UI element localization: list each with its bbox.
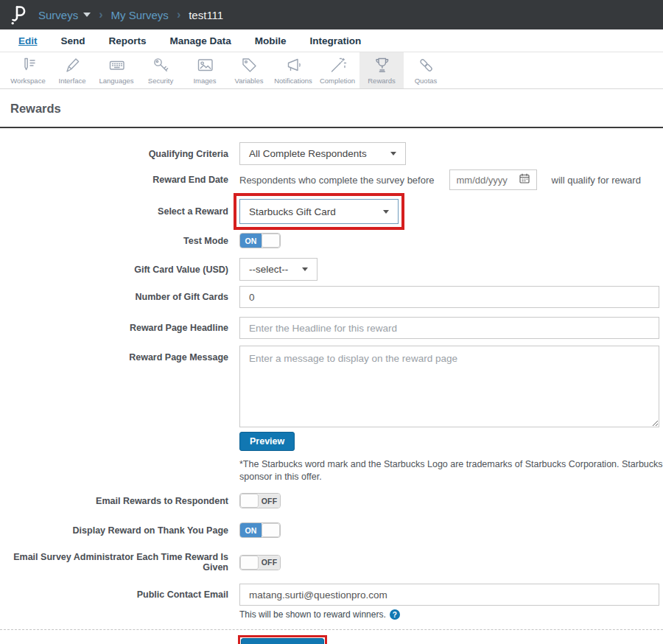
select-reward-highlight-annotation: Starbucks Gift Card [234,193,404,230]
qualifying-criteria-select[interactable]: All Complete Respondents [239,142,406,165]
breadcrumb-my-surveys[interactable]: My Surveys [111,9,169,21]
select-reward-select[interactable]: Starbucks Gift Card [239,199,399,224]
headline-label: Reward Page Headline [0,323,228,333]
toolbar-item-completion[interactable]: Completion [315,52,359,88]
toggle-knob [262,523,280,537]
save-changes-button[interactable]: Save Changes [241,638,324,644]
email-admin-toggle[interactable]: OFF [239,555,281,570]
gift-card-value-select[interactable]: --select-- [239,258,318,281]
headline-input[interactable] [239,317,659,339]
toggle-state-label: OFF [259,494,280,508]
message-textarea[interactable] [239,346,659,427]
contact-email-label: Public Contact Email [0,584,228,600]
end-date-after-text: will qualify for reward [552,175,641,186]
chevron-down-icon [83,13,91,17]
row-qualifying-criteria: Qualifying Criteria All Complete Respond… [0,142,663,165]
toolbar-item-quotas[interactable]: Quotas [404,52,448,88]
questionpro-logo-icon[interactable] [10,4,28,25]
row-save: Save Changes [0,630,663,644]
row-test-mode: Test Mode ON [0,233,663,248]
edit-icon-toolbar: Workspace Interface Languages Security [0,52,663,89]
num-gift-cards-label: Number of Gift Cards [0,292,228,302]
brush-icon [63,56,82,74]
preview-button[interactable]: Preview [239,432,295,451]
end-date-input-wrap [449,169,537,190]
qualifying-criteria-value: All Complete Respondents [249,148,367,159]
calendar-icon[interactable] [519,173,530,186]
select-reward-label: Select a Reward [0,206,228,217]
toolbar-item-rewards[interactable]: Rewards [359,52,404,88]
test-mode-label: Test Mode [0,236,228,246]
caret-down-icon [390,152,396,155]
gift-card-value-value: --select-- [249,264,288,275]
top-header: Surveys › My Surveys › test111 [0,0,663,29]
magic-wand-icon [329,56,347,74]
row-message: Reward Page Message [0,346,663,427]
toolbar-item-interface[interactable]: Interface [50,52,94,88]
megaphone-icon [284,56,303,74]
toolbar-item-security[interactable]: Security [138,52,183,88]
chain-links-icon [417,56,435,74]
row-email-admin: Email Survey Administrator Each Time Rew… [0,552,663,573]
breadcrumb-survey-name: test111 [189,9,223,21]
display-reward-toggle[interactable]: ON [239,522,281,538]
test-mode-toggle[interactable]: ON [239,233,281,248]
toolbar-item-notifications[interactable]: Notifications [271,52,315,88]
email-rewards-toggle[interactable]: OFF [239,493,281,508]
row-gift-card-value: Gift Card Value (USD) --select-- [0,258,663,281]
save-highlight-annotation: Save Changes [238,635,327,644]
keyboard-icon [108,56,126,74]
contact-email-help: This will be shown to reward winners. ? [239,609,400,620]
key-icon [152,56,170,74]
row-email-rewards: Email Rewards to Respondent OFF [0,493,663,508]
pen-lines-icon [19,56,38,74]
row-contact-email: Public Contact Email This will be shown … [0,584,663,620]
toolbar-item-workspace[interactable]: Workspace [6,52,50,88]
row-reward-end-date: Reward End Date Respondents who complete… [0,169,663,190]
toolbar-item-variables[interactable]: Variables [227,52,271,88]
breadcrumb-surveys[interactable]: Surveys [38,9,91,21]
reward-end-date-label: Reward End Date [0,175,228,185]
row-num-gift-cards: Number of Gift Cards [0,286,663,308]
toolbar-item-languages[interactable]: Languages [94,52,138,88]
main-tab-nav: Edit Send Reports Manage Data Mobile Int… [0,29,663,52]
breadcrumb-separator: › [177,8,180,21]
tab-integration[interactable]: Integration [310,35,362,46]
email-rewards-label: Email Rewards to Respondent [0,496,228,506]
breadcrumb-surveys-label: Surveys [38,9,78,21]
end-date-input[interactable] [457,175,519,186]
breadcrumb-separator: › [99,8,102,21]
row-display-reward: Display Reward on Thank You Page ON [0,522,663,538]
caret-down-icon [383,210,389,214]
tab-manage-data[interactable]: Manage Data [170,35,231,46]
toggle-knob [262,234,280,248]
row-preview: Preview [0,432,663,451]
tab-reports[interactable]: Reports [109,35,147,46]
message-label: Reward Page Message [0,346,228,363]
toolbar-item-images[interactable]: Images [183,52,227,88]
tab-edit[interactable]: Edit [18,35,38,46]
toggle-knob [240,494,259,508]
tab-mobile[interactable]: Mobile [255,35,287,46]
toggle-state-label: OFF [259,556,280,570]
qualifying-criteria-label: Qualifying Criteria [0,149,228,159]
picture-icon [196,56,214,74]
toggle-state-label: ON [240,234,262,248]
select-reward-value: Starbucks Gift Card [249,206,336,217]
row-headline: Reward Page Headline [0,317,663,339]
page-title: Rewards [0,89,663,127]
trophy-icon [373,56,391,74]
toggle-knob [240,556,259,570]
num-gift-cards-input[interactable] [239,286,659,308]
gift-card-value-label: Gift Card Value (USD) [0,265,228,275]
help-icon[interactable]: ? [390,609,400,620]
starbucks-disclaimer: *The Starbucks word mark and the Starbuc… [239,458,663,483]
caret-down-icon [302,267,308,271]
tab-send[interactable]: Send [61,35,85,46]
email-admin-label: Email Survey Administrator Each Time Rew… [0,552,228,573]
row-select-reward: Select a Reward Starbucks Gift Card [0,193,663,230]
row-disclaimer: *The Starbucks word mark and the Starbuc… [0,458,663,483]
contact-email-input[interactable] [239,584,659,606]
tag-icon [240,56,259,74]
rewards-form: Qualifying Criteria All Complete Respond… [0,128,663,644]
